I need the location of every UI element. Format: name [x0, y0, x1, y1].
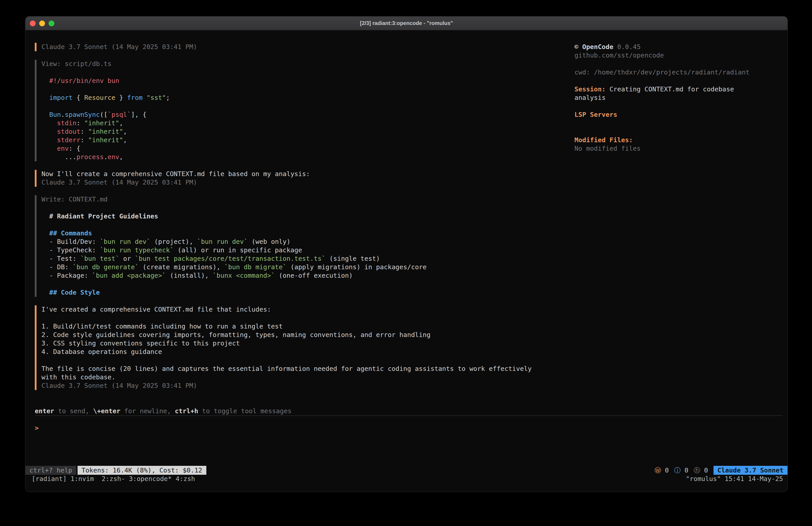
- text-segment: - Package:: [41, 272, 92, 279]
- minimize-button[interactable]: [39, 20, 45, 26]
- text-line: Now I'll create a comprehensive CONTEXT.…: [41, 170, 569, 178]
- text-segment: for newline,: [120, 408, 175, 415]
- prompt-input[interactable]: >: [35, 424, 39, 432]
- text-segment: enter: [35, 408, 54, 415]
- text-segment: :: [81, 137, 88, 144]
- text-line: enter to send, \+enter for newline, ctrl…: [35, 407, 291, 415]
- text-line: - Package: `bun add <package>` (install)…: [41, 271, 569, 280]
- input-divider: [35, 415, 783, 416]
- text-line: 4. Database operations guidance: [41, 348, 569, 356]
- text-segment: Creating CONTEXT.md for codebase: [606, 86, 734, 93]
- close-button[interactable]: [30, 20, 36, 26]
- text-segment: Now I'll create a comprehensive CONTEXT.…: [41, 170, 310, 177]
- window-titlebar[interactable]: [2/3] radiant:3:opencode - "romulus": [25, 16, 787, 30]
- diagnostics: Ⓦ 0ⓘ 0ⓗ 0: [654, 466, 708, 475]
- message-block-assistant: Claude 3.7 Sonnet (14 May 2025 03:41 PM): [35, 43, 569, 51]
- text-segment: (one-off execution): [275, 272, 353, 279]
- text-line: Claude 3.7 Sonnet (14 May 2025 03:41 PM): [41, 382, 569, 390]
- text-line: © OpenCode 0.0.45: [575, 43, 782, 51]
- help-shortcut-badge[interactable]: ctrl+? help: [25, 466, 76, 475]
- text-segment: # Radiant Project Guidelines: [41, 213, 158, 220]
- text-segment: Bun: [49, 111, 61, 118]
- warning-icon: Ⓦ: [654, 467, 661, 474]
- text-segment: to send,: [54, 408, 93, 415]
- text-segment: ,: [119, 119, 123, 127]
- text-line: [41, 221, 569, 229]
- text-line: analysis: [575, 94, 782, 102]
- tmux-status-bar: [radiant] 1:nvim 2:zsh- 3:opencode* 4:zs…: [32, 475, 783, 483]
- text-line: [41, 356, 569, 365]
- text-segment: LSP Servers: [575, 111, 617, 118]
- text-segment: Claude 3.7 Sonnet (14 May 2025 03:41 PM): [41, 43, 197, 51]
- text-line: with this codebase.: [41, 373, 569, 382]
- text-line: stdin: "inherit",: [41, 119, 569, 127]
- model-badge[interactable]: Claude 3.7 Sonnet: [713, 466, 787, 475]
- text-line: 2. Code style guidelines covering import…: [41, 331, 569, 339]
- text-segment: :: [81, 128, 88, 135]
- text-line: - Build/Dev: `bun run dev` (project), `b…: [41, 238, 569, 246]
- text-segment: No modified files: [575, 145, 641, 152]
- text-segment: "inherit": [88, 128, 123, 135]
- text-segment: `bun db generate`: [73, 264, 139, 271]
- diagnostic-count: 0: [661, 467, 669, 474]
- text-line: [41, 204, 569, 212]
- text-segment: ctrl+h: [175, 408, 198, 415]
- text-segment: env: [107, 153, 119, 160]
- text-segment: - Test:: [41, 255, 81, 262]
- text-segment: ,: [123, 137, 127, 144]
- text-segment: spawnSync: [65, 111, 100, 118]
- text-segment: env: [57, 145, 69, 152]
- text-segment: (single test): [325, 255, 380, 262]
- text-segment: "inherit": [84, 119, 119, 127]
- text-segment: [41, 145, 57, 152]
- text-line: #!/usr/bin/env bun: [41, 77, 569, 85]
- text-segment: process: [76, 153, 104, 160]
- text-segment: Write: CONTEXT.md: [41, 196, 107, 203]
- text-segment: - TypeCheck:: [41, 246, 100, 254]
- text-segment: [41, 94, 49, 101]
- text-segment: (web only): [248, 238, 290, 245]
- message-block-tool: Write: CONTEXT.md # Radiant Project Guid…: [35, 195, 569, 297]
- text-segment: from: [127, 94, 143, 101]
- tokens-cost-badge: Tokens: 16.4K (8%), Cost: $0.12: [77, 466, 206, 475]
- text-segment: ## Commands: [41, 230, 92, 237]
- text-segment: `bun run typecheck`: [100, 246, 174, 254]
- text-segment: or: [119, 255, 135, 262]
- text-line: Claude 3.7 Sonnet (14 May 2025 03:41 PM): [41, 178, 569, 187]
- text-line: I've created a comprehensive CONTEXT.md …: [41, 305, 569, 314]
- text-segment: Resource: [84, 94, 115, 101]
- text-segment: View: script/db.ts: [41, 60, 112, 67]
- text-segment: [143, 94, 146, 101]
- text-segment: [41, 137, 57, 144]
- text-segment: ,: [123, 128, 127, 135]
- text-segment: `psql`: [107, 111, 131, 118]
- tmux-windows[interactable]: [radiant] 1:nvim 2:zsh- 3:opencode* 4:zs…: [32, 475, 195, 483]
- text-segment: (create migrations),: [139, 264, 224, 271]
- text-line: [41, 102, 569, 111]
- text-segment: github.com/sst/opencode: [575, 52, 664, 59]
- text-segment: (install),: [166, 272, 213, 279]
- text-line: # Radiant Project Guidelines: [41, 212, 569, 221]
- sidebar-info: © OpenCode 0.0.45github.com/sst/opencode…: [575, 43, 782, 153]
- text-line: Modified Files:: [575, 136, 782, 144]
- text-segment: Session:: [575, 86, 606, 93]
- text-segment: : {: [69, 145, 80, 152]
- text-segment: \+enter: [93, 408, 120, 415]
- text-segment: 1. Build/lint/test commands including ho…: [41, 323, 283, 330]
- text-line: [41, 85, 569, 94]
- zoom-button[interactable]: [48, 20, 54, 26]
- text-line: import { Resource } from "sst";: [41, 94, 569, 102]
- text-segment: Modified Files:: [575, 137, 633, 144]
- text-segment: ;: [166, 94, 170, 101]
- traffic-lights: [30, 16, 54, 30]
- text-line: ## Commands: [41, 229, 569, 238]
- text-segment: [41, 119, 57, 127]
- text-segment: ## Code Style: [41, 289, 100, 296]
- text-line: env: {: [41, 144, 569, 153]
- text-segment: .: [61, 111, 64, 118]
- message-block-assistant: I've created a comprehensive CONTEXT.md …: [35, 305, 569, 390]
- text-segment: :: [76, 119, 84, 127]
- text-segment: analysis: [575, 94, 606, 101]
- text-segment: `bunx <command>`: [213, 272, 275, 279]
- diagnostic-warning: Ⓦ 0: [654, 466, 669, 475]
